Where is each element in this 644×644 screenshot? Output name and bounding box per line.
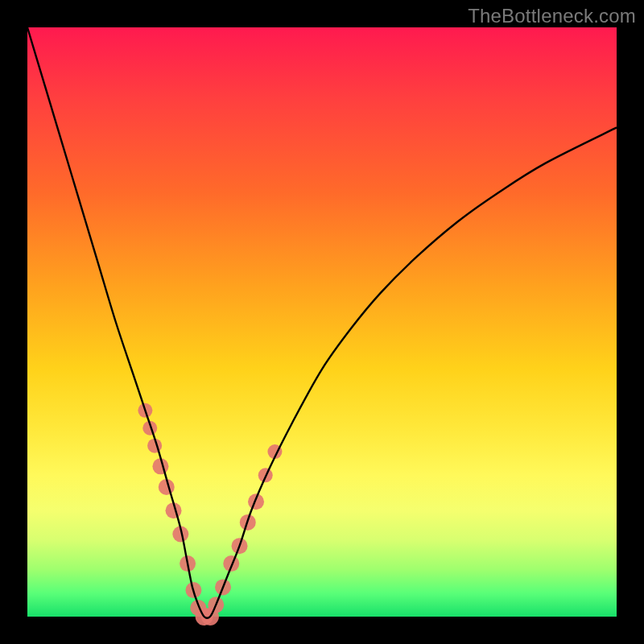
chart-frame: TheBottleneck.com: [0, 0, 644, 644]
plot-area: [27, 27, 617, 617]
marker-group: [138, 403, 282, 625]
bottleneck-curve: [27, 27, 617, 618]
watermark-text: TheBottleneck.com: [468, 5, 636, 27]
bottleneck-curve-layer: [27, 27, 617, 617]
marker-dot: [248, 493, 264, 510]
